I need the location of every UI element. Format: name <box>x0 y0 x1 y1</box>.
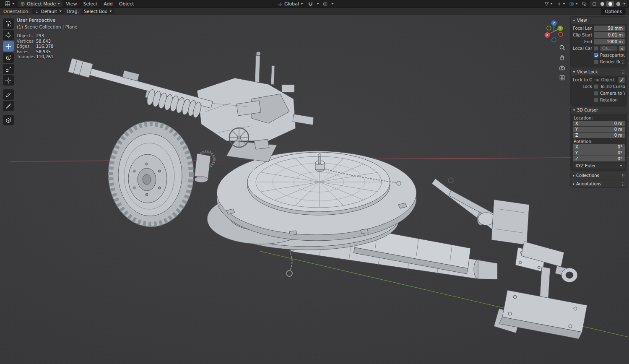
viewport-nav-buttons <box>558 44 566 81</box>
tool-add-cube[interactable] <box>3 115 14 125</box>
hand-icon <box>559 55 565 61</box>
proportional-editing-button[interactable] <box>321 0 329 7</box>
snap-toggle-button[interactable] <box>307 0 314 7</box>
panel-annotations-header[interactable]: Annotations <box>571 180 627 187</box>
shading-rendered-button[interactable] <box>614 1 622 7</box>
menu-add[interactable]: Add <box>101 0 115 7</box>
selectability-filter-dropdown[interactable] <box>543 0 554 7</box>
orientation-axes-icon <box>278 1 283 6</box>
tool-scale[interactable] <box>3 64 14 74</box>
overlays-icon <box>569 1 574 7</box>
panel-3d-cursor-header[interactable]: 3D Cursor <box>571 107 627 114</box>
menu-select[interactable]: Select <box>80 0 100 7</box>
navigation-gizmo[interactable]: Z Y X <box>542 18 566 44</box>
proportional-falloff-dropdown[interactable] <box>330 0 335 7</box>
panel-annotations: Annotations <box>571 180 627 187</box>
local-camera-field[interactable]: Ca... <box>600 46 617 51</box>
toolbar-separator <box>3 86 14 88</box>
toolbar <box>3 18 14 125</box>
drag-mode-value: Select Box <box>84 9 107 14</box>
gizmo-negy-handle[interactable] <box>547 26 551 30</box>
chevron-down-icon <box>59 10 62 12</box>
tool-select-box[interactable] <box>3 18 14 29</box>
gizmo-negx-handle[interactable] <box>559 32 563 36</box>
move-icon <box>5 43 12 50</box>
orientation-default-value: Default <box>41 9 57 14</box>
panel-view-lock-header[interactable]: View Lock <box>571 68 627 75</box>
editor-type-button[interactable] <box>2 0 17 7</box>
gizmo-negz-handle[interactable] <box>552 38 556 42</box>
panel-drag-handle[interactable] <box>621 182 625 186</box>
eyedropper-button[interactable] <box>619 77 625 83</box>
tool-measure[interactable] <box>3 101 14 111</box>
passepartout-checkbox[interactable] <box>594 53 598 57</box>
panel-collections-header[interactable]: Collections <box>571 172 627 179</box>
viewport-shading-group <box>590 0 627 7</box>
rotation-mode-dropdown[interactable]: XYZ Euler <box>573 163 625 169</box>
add-cube-icon <box>5 117 12 124</box>
viewport-3d[interactable]: User Perspective (1) Scene Collection | … <box>0 15 629 364</box>
lock-to-object-field[interactable]: Object <box>594 77 617 83</box>
show-gizmo-toggle[interactable] <box>555 0 567 7</box>
mode-dropdown[interactable]: Object Mode <box>18 0 62 7</box>
active-object-breadcrumb: (1) Scene Collection | Plane <box>17 24 78 29</box>
options-button[interactable]: Options <box>601 8 626 15</box>
show-overlays-toggle[interactable] <box>568 0 579 7</box>
tool-move[interactable] <box>3 41 14 52</box>
camera-view-button[interactable] <box>558 64 566 71</box>
cursor-rotation-y-field[interactable]: Y 0° <box>573 150 625 156</box>
shading-material-button[interactable] <box>606 1 614 7</box>
panel-drag-handle[interactable] <box>621 174 625 177</box>
filter-funnel-icon <box>544 1 549 7</box>
toggle-perspective-button[interactable] <box>558 74 566 81</box>
focal-length-field[interactable]: 50 mm <box>594 26 625 31</box>
menu-object[interactable]: Object <box>116 0 137 7</box>
tool-cursor[interactable] <box>3 30 14 40</box>
tool-rotate[interactable] <box>3 52 14 63</box>
clip-start-field[interactable]: 0.01 m <box>594 32 625 38</box>
tool-transform[interactable] <box>3 75 14 86</box>
cursor-location-x-field[interactable]: X 0 m <box>573 121 625 126</box>
lock-to-3d-cursor-checkbox[interactable] <box>594 84 598 89</box>
clip-end-label: End <box>573 39 592 44</box>
panel-3d-cursor: 3D Cursor Location: X 0 m Y 0 m <box>571 107 627 171</box>
pan-button[interactable] <box>558 54 566 61</box>
orientation-default-dropdown[interactable]: Default <box>32 8 64 14</box>
camera-to-view-checkbox[interactable] <box>594 91 598 96</box>
cursor-rotation-x-field[interactable]: X 0° <box>573 144 625 150</box>
lock-rotation-checkbox[interactable] <box>594 98 598 102</box>
drag-mode-dropdown[interactable]: Select Box <box>81 8 114 14</box>
stat-row: Triangles 110,261 <box>17 55 78 60</box>
shading-wireframe-button[interactable] <box>590 1 598 7</box>
clip-end-field[interactable]: 1000 m <box>594 39 625 44</box>
transform-orientation-dropdown[interactable]: Global <box>275 0 306 7</box>
chevron-down-icon <box>109 10 112 12</box>
xray-toggle[interactable] <box>580 0 588 7</box>
clear-camera-button[interactable]: × <box>619 46 625 51</box>
view-perspective-label: User Perspective <box>17 18 78 23</box>
cursor-location-z-field[interactable]: Z 0 m <box>573 133 625 138</box>
select-box-icon <box>5 21 12 27</box>
lock-rotation-label: Rotation <box>600 98 618 102</box>
mode-dropdown-label: Object Mode <box>27 1 56 7</box>
render-region-checkbox[interactable] <box>594 60 598 64</box>
zoom-button[interactable] <box>558 44 566 51</box>
panel-view-lock: View Lock Lock to O... Object <box>571 68 627 105</box>
transform-snap-group: Global <box>275 0 335 7</box>
tool-annotate[interactable] <box>3 89 14 100</box>
model-howitzer[interactable] <box>68 52 587 339</box>
lock-to-object-value: Object <box>601 78 615 82</box>
tool-settings-bar: Orientation: Default Drag: Select Box Op… <box>0 8 629 15</box>
panel-drag-handle[interactable] <box>621 60 625 64</box>
panel-drag-handle[interactable] <box>621 70 625 74</box>
editor-3d-viewport-icon <box>5 1 10 7</box>
menu-view[interactable]: View <box>63 0 80 7</box>
cursor-location-y-field[interactable]: Y 0 m <box>573 127 625 132</box>
local-camera-checkbox[interactable] <box>594 46 598 51</box>
panel-view-header[interactable]: View <box>571 17 627 24</box>
snap-settings-dropdown[interactable] <box>315 0 320 7</box>
stat-row: Faces 58,935 <box>17 49 78 55</box>
shading-solid-button[interactable] <box>598 1 606 7</box>
chevron-down-icon <box>573 20 575 21</box>
cursor-rotation-z-field[interactable]: Z 0° <box>573 156 625 161</box>
